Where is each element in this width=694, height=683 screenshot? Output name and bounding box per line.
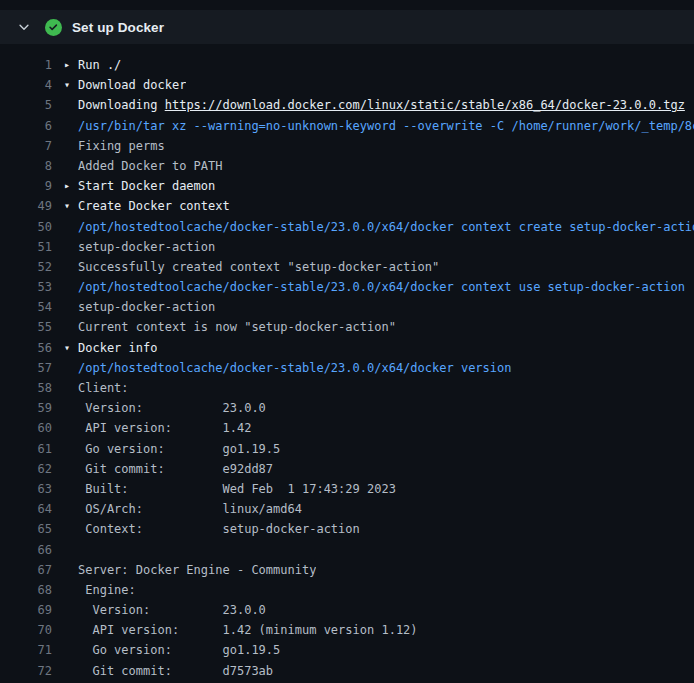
log-line: 72 Git commit: d7573ab — [0, 661, 694, 681]
log-text: Run ./ — [78, 55, 121, 75]
line-number[interactable]: 68 — [0, 580, 52, 600]
group-toggle-icon — [64, 95, 78, 115]
group-toggle-icon[interactable]: ▾ — [64, 75, 78, 95]
line-number[interactable]: 61 — [0, 439, 52, 459]
line-number[interactable]: 62 — [0, 459, 52, 479]
log-text: Client: — [78, 378, 129, 398]
line-number[interactable]: 49 — [0, 196, 52, 216]
group-toggle-icon[interactable]: ▸ — [64, 55, 78, 75]
log-line: 50 /opt/hostedtoolcache/docker-stable/23… — [0, 217, 694, 237]
group-toggle-icon — [64, 499, 78, 519]
log-line: 70 API version: 1.42 (minimum version 1.… — [0, 620, 694, 640]
line-number[interactable]: 4 — [0, 75, 52, 95]
group-toggle-icon — [64, 378, 78, 398]
group-toggle-icon — [64, 257, 78, 277]
group-toggle-icon — [64, 358, 78, 378]
line-number[interactable]: 53 — [0, 277, 52, 297]
group-toggle-icon — [64, 418, 78, 438]
group-toggle-icon — [64, 237, 78, 257]
group-toggle-icon[interactable]: ▾ — [64, 196, 78, 216]
line-number[interactable]: 8 — [0, 156, 52, 176]
log-text: Version: 23.0.0 — [78, 600, 266, 620]
group-toggle-icon — [64, 136, 78, 156]
log-text: Successfully created context "setup-dock… — [78, 257, 439, 277]
log-text: setup-docker-action — [78, 237, 215, 257]
line-number[interactable]: 54 — [0, 297, 52, 317]
chevron-down-icon[interactable] — [16, 19, 32, 35]
log-text: setup-docker-action — [78, 297, 215, 317]
line-number[interactable]: 51 — [0, 237, 52, 257]
log-line: 52 Successfully created context "setup-d… — [0, 257, 694, 277]
log-text: Fixing perms — [78, 136, 165, 156]
log-line: 4 ▾ Download docker — [0, 75, 694, 95]
line-number[interactable]: 9 — [0, 176, 52, 196]
log-line: 7 Fixing perms — [0, 136, 694, 156]
log-line: 8 Added Docker to PATH — [0, 156, 694, 176]
line-number[interactable]: 70 — [0, 620, 52, 640]
log-line: 5 Downloading https://download.docker.co… — [0, 95, 694, 115]
line-number[interactable]: 52 — [0, 257, 52, 277]
log-text: Go version: go1.19.5 — [78, 640, 280, 660]
log-text: Go version: go1.19.5 — [78, 439, 280, 459]
line-number[interactable]: 64 — [0, 499, 52, 519]
line-number[interactable]: 55 — [0, 317, 52, 337]
log-line: 68 Engine: — [0, 580, 694, 600]
line-number[interactable]: 67 — [0, 560, 52, 580]
log-line: 57 /opt/hostedtoolcache/docker-stable/23… — [0, 358, 694, 378]
line-number[interactable]: 58 — [0, 378, 52, 398]
group-toggle-icon — [64, 540, 78, 560]
line-number[interactable]: 59 — [0, 398, 52, 418]
line-number[interactable]: 65 — [0, 519, 52, 539]
line-number[interactable]: 60 — [0, 418, 52, 438]
group-toggle-icon — [64, 277, 78, 297]
log-url-link[interactable]: https://download.docker.com/linux/static… — [165, 98, 685, 112]
log-line: 71 Go version: go1.19.5 — [0, 640, 694, 660]
log-line: 64 OS/Arch: linux/amd64 — [0, 499, 694, 519]
log-text: /opt/hostedtoolcache/docker-stable/23.0.… — [78, 358, 511, 378]
line-number[interactable]: 72 — [0, 661, 52, 681]
log-line: 55 Current context is now "setup-docker-… — [0, 317, 694, 337]
group-toggle-icon — [64, 620, 78, 640]
log-line: 58 Client: — [0, 378, 694, 398]
group-toggle-icon — [64, 459, 78, 479]
line-number[interactable]: 71 — [0, 640, 52, 660]
log-line: 62 Git commit: e92dd87 — [0, 459, 694, 479]
log-text: Context: setup-docker-action — [78, 519, 360, 539]
step-title: Set up Docker — [72, 20, 164, 35]
log-text: API version: 1.42 (minimum version 1.12) — [78, 620, 418, 640]
group-toggle-icon — [64, 560, 78, 580]
line-number[interactable]: 6 — [0, 116, 52, 136]
log-text: Added Docker to PATH — [78, 156, 223, 176]
line-number[interactable]: 57 — [0, 358, 52, 378]
group-toggle-icon — [64, 661, 78, 681]
line-number[interactable]: 7 — [0, 136, 52, 156]
line-number[interactable]: 66 — [0, 540, 52, 560]
group-toggle-icon — [64, 398, 78, 418]
log-line: 53 /opt/hostedtoolcache/docker-stable/23… — [0, 277, 694, 297]
log-line: 9 ▸ Start Docker daemon — [0, 176, 694, 196]
line-number[interactable]: 1 — [0, 55, 52, 75]
line-number[interactable]: 56 — [0, 338, 52, 358]
log-container: 1 ▸ Run ./ 4 ▾ Download docker 5 Downloa… — [0, 44, 694, 681]
step-header[interactable]: Set up Docker — [0, 10, 694, 44]
group-toggle-icon — [64, 156, 78, 176]
line-number[interactable]: 69 — [0, 600, 52, 620]
log-line: 6 /usr/bin/tar xz --warning=no-unknown-k… — [0, 116, 694, 136]
log-text: API version: 1.42 — [78, 418, 251, 438]
log-text: Download docker — [78, 75, 186, 95]
log-line: 69 Version: 23.0.0 — [0, 600, 694, 620]
line-number[interactable]: 50 — [0, 217, 52, 237]
group-toggle-icon[interactable]: ▾ — [64, 338, 78, 358]
group-toggle-icon[interactable]: ▸ — [64, 176, 78, 196]
log-text: Engine: — [78, 580, 136, 600]
log-text: Version: 23.0.0 — [78, 398, 266, 418]
group-toggle-icon — [64, 640, 78, 660]
log-text: Downloading https://download.docker.com/… — [78, 95, 685, 115]
group-toggle-icon — [64, 317, 78, 337]
log-line: 65 Context: setup-docker-action — [0, 519, 694, 539]
log-text: OS/Arch: linux/amd64 — [78, 499, 302, 519]
log-text: /usr/bin/tar xz --warning=no-unknown-key… — [78, 116, 694, 136]
line-number[interactable]: 63 — [0, 479, 52, 499]
line-number[interactable]: 5 — [0, 95, 52, 115]
log-text: Git commit: e92dd87 — [78, 459, 273, 479]
